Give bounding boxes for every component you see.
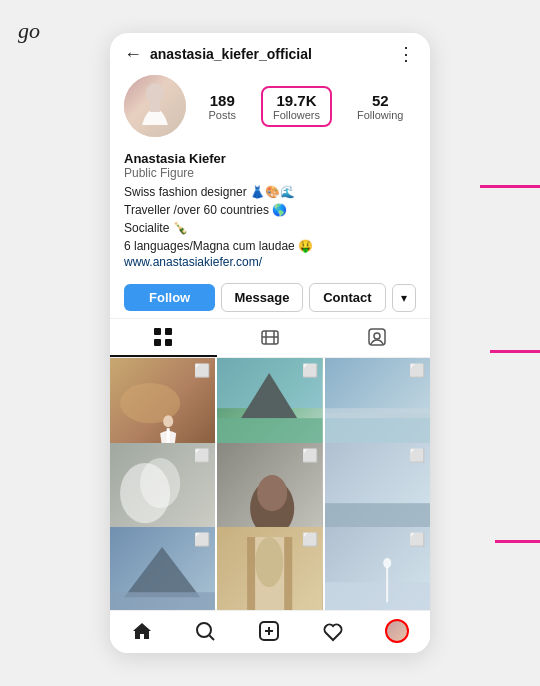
nav-home[interactable] xyxy=(131,620,153,642)
tab-reels[interactable] xyxy=(217,319,324,357)
profile-row: 189 Posts 19.7K Followers 52 Following xyxy=(124,75,416,137)
followers-count: 19.7K xyxy=(276,92,316,109)
grid-cell-8[interactable]: ⬜ xyxy=(217,527,322,610)
svg-point-26 xyxy=(257,475,287,511)
nav-activity[interactable] xyxy=(322,620,344,642)
dropdown-button[interactable]: ▾ xyxy=(392,284,416,312)
svg-point-39 xyxy=(383,558,391,568)
grid-cell-8-icon: ⬜ xyxy=(302,532,318,547)
bio-text: Swiss fashion designer 👗🎨🌊 Traveller /ov… xyxy=(124,183,416,255)
grid-cell-1-icon: ⬜ xyxy=(194,363,210,378)
grid-cell-3-icon: ⬜ xyxy=(409,363,425,378)
svg-line-41 xyxy=(210,636,215,641)
bottom-nav xyxy=(110,610,430,653)
grid-cell-2-icon: ⬜ xyxy=(302,363,318,378)
svg-rect-3 xyxy=(154,328,161,335)
tab-bar xyxy=(110,318,430,358)
action-buttons: Follow Message Contact ▾ xyxy=(110,275,430,318)
avatar-image xyxy=(124,75,186,137)
svg-rect-2 xyxy=(150,102,160,112)
posts-count: 189 xyxy=(210,92,235,109)
posts-stat[interactable]: 189 Posts xyxy=(208,92,236,121)
svg-rect-31 xyxy=(110,593,215,610)
nav-create[interactable] xyxy=(258,620,280,642)
profile-username: anastasia_kiefer_official xyxy=(150,46,389,62)
display-name: Anastasia Kiefer xyxy=(124,151,416,166)
svg-point-40 xyxy=(197,623,211,637)
bio-line-1: Swiss fashion designer 👗🎨🌊 xyxy=(124,185,295,199)
followers-label: Followers xyxy=(273,109,320,121)
follow-button[interactable]: Follow xyxy=(124,284,215,311)
svg-point-1 xyxy=(146,83,164,103)
profile-section: 189 Posts 19.7K Followers 52 Following xyxy=(110,71,430,145)
stats-row: 189 Posts 19.7K Followers 52 Following xyxy=(196,86,416,127)
grid-cell-6-icon: ⬜ xyxy=(409,448,425,463)
svg-rect-4 xyxy=(165,328,172,335)
following-count: 52 xyxy=(372,92,389,109)
svg-rect-5 xyxy=(154,339,161,346)
tab-tagged[interactable] xyxy=(323,319,430,357)
svg-rect-6 xyxy=(165,339,172,346)
top-bar: ← anastasia_kiefer_official ⋮ xyxy=(110,33,430,71)
phone-frame: ← anastasia_kiefer_official ⋮ xyxy=(110,33,430,653)
grid-cell-7[interactable]: ⬜ xyxy=(110,527,215,610)
message-button[interactable]: Message xyxy=(221,283,302,312)
decorative-line-3 xyxy=(495,540,540,543)
grid-cell-9-icon: ⬜ xyxy=(409,532,425,547)
svg-point-35 xyxy=(255,537,283,587)
account-category: Public Figure xyxy=(124,166,416,180)
posts-label: Posts xyxy=(208,109,236,121)
svg-rect-37 xyxy=(325,583,430,610)
grid-cell-7-icon: ⬜ xyxy=(194,532,210,547)
followers-stat[interactable]: 19.7K Followers xyxy=(261,86,332,127)
nav-search[interactable] xyxy=(194,620,216,642)
bio-line-2: Traveller /over 60 countries 🌎 xyxy=(124,203,287,217)
svg-point-9 xyxy=(374,333,380,339)
contact-button[interactable]: Contact xyxy=(309,283,386,312)
bio-line-4: 6 languages/Magna cum laudae 🤑 xyxy=(124,239,313,253)
decorative-line-2 xyxy=(490,350,540,353)
grid-cell-5-icon: ⬜ xyxy=(302,448,318,463)
following-stat[interactable]: 52 Following xyxy=(357,92,403,121)
grid-cell-4-icon: ⬜ xyxy=(194,448,210,463)
more-options-button[interactable]: ⋮ xyxy=(397,43,416,65)
decorative-line-1 xyxy=(480,185,540,188)
website-link[interactable]: www.anastasiakiefer.com/ xyxy=(124,255,416,269)
svg-point-13 xyxy=(163,415,173,427)
bio-section: Anastasia Kiefer Public Figure Swiss fas… xyxy=(110,145,430,275)
go-label: go xyxy=(18,18,40,44)
svg-point-23 xyxy=(140,458,180,508)
profile-avatar-nav xyxy=(385,619,409,643)
svg-rect-20 xyxy=(325,408,430,418)
following-label: Following xyxy=(357,109,403,121)
tab-grid[interactable] xyxy=(110,319,217,357)
photo-grid: ⬜ ⬜ xyxy=(110,358,430,610)
bio-line-3: Socialite 🍾 xyxy=(124,221,188,235)
nav-profile[interactable] xyxy=(385,619,409,643)
avatar[interactable] xyxy=(124,75,186,137)
grid-cell-9[interactable]: ⬜ xyxy=(325,527,430,610)
back-button[interactable]: ← xyxy=(124,44,142,65)
